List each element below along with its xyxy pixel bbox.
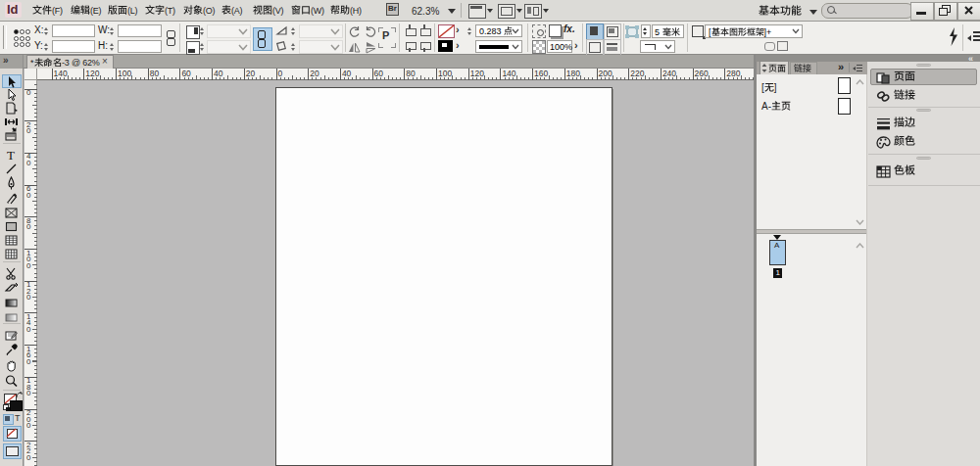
svg-text:T: T bbox=[7, 148, 15, 163]
